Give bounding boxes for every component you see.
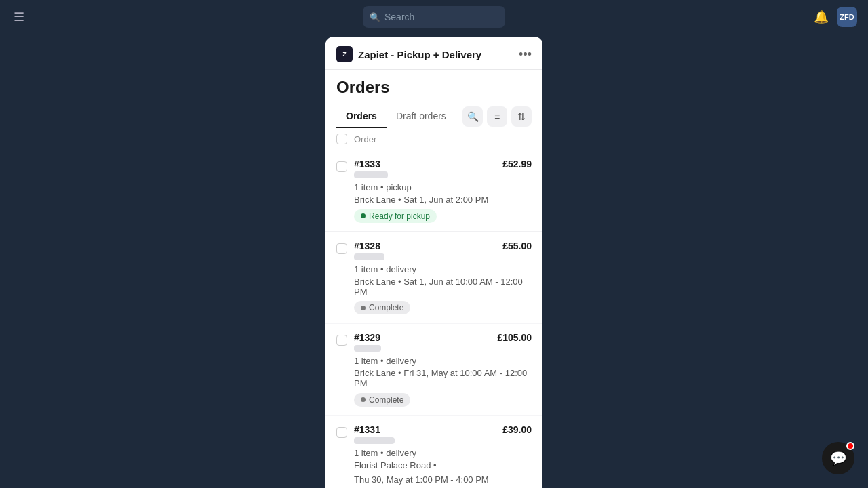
app-title-left: Z Zapiet - Pickup + Delivery	[336, 46, 481, 62]
order-customer-name	[354, 253, 384, 260]
order-content-1328: #1328 £55.00 1 item • delivery Brick Lan…	[354, 241, 532, 315]
status-badge: Ready for pickup	[354, 209, 437, 223]
search-bar[interactable]: 🔍 Search	[363, 6, 505, 28]
order-customer-name	[354, 345, 381, 352]
column-header: Order	[326, 128, 542, 150]
order-top-row: #1333 £52.99	[354, 159, 532, 169]
order-number: #1329	[354, 332, 380, 343]
order-location: Florist Palace Road •	[354, 460, 532, 470]
status-dot	[361, 397, 366, 402]
search-icon: 🔍	[370, 12, 380, 22]
order-top-row: #1331 £39.00	[354, 424, 532, 435]
column-order-label: Order	[354, 134, 376, 144]
order-content-1333: #1333 £52.99 1 item • pickup Brick Lane …	[354, 159, 532, 223]
order-price: £39.00	[502, 424, 532, 435]
order-price: £55.00	[502, 241, 532, 251]
more-icon[interactable]: •••	[519, 47, 532, 62]
chat-notification-badge	[846, 442, 854, 450]
order-location: Brick Lane • Fri 31, May at 10:00 AM - 1…	[354, 368, 532, 388]
avatar[interactable]: ZFD	[837, 7, 857, 27]
tab-orders[interactable]: Orders	[336, 105, 387, 128]
order-checkbox-1331[interactable]	[336, 427, 347, 438]
main-panel: Z Zapiet - Pickup + Delivery ••• Orders …	[326, 37, 542, 488]
order-customer-name	[354, 171, 388, 178]
page-title: Orders	[336, 78, 532, 97]
search-action-button[interactable]: 🔍	[462, 106, 483, 127]
topbar: ☰ 🔍 Search 🔔 ZFD	[0, 0, 868, 34]
order-meta: 1 item • pickup	[354, 182, 532, 192]
app-logo: Z	[336, 46, 353, 62]
tabs-actions: 🔍 ≡ ⇅	[462, 106, 532, 127]
topbar-right: 🔔 ZFD	[814, 7, 857, 27]
order-checkbox-1329[interactable]	[336, 335, 347, 346]
order-content-1329: #1329 £105.00 1 item • delivery Brick La…	[354, 332, 532, 407]
tabs-left: Orders Draft orders	[336, 105, 456, 128]
order-meta: 1 item • delivery	[354, 264, 532, 274]
app-header: Z Zapiet - Pickup + Delivery •••	[326, 37, 542, 70]
order-content-1331: #1331 £39.00 1 item • delivery Florist P…	[354, 424, 532, 489]
status-label: Complete	[369, 395, 403, 405]
order-checkbox-1328[interactable]	[336, 243, 347, 254]
order-number: #1328	[354, 241, 380, 251]
order-meta: 1 item • delivery	[354, 448, 532, 458]
order-top-row: #1328 £55.00	[354, 241, 532, 251]
table-row[interactable]: #1328 £55.00 1 item • delivery Brick Lan…	[326, 232, 542, 324]
order-customer-name	[354, 437, 395, 444]
table-row[interactable]: #1331 £39.00 1 item • delivery Florist P…	[326, 416, 542, 489]
status-dot	[361, 306, 366, 310]
tab-draft-orders[interactable]: Draft orders	[387, 105, 456, 128]
sort-action-button[interactable]: ⇅	[511, 106, 532, 127]
order-price: £105.00	[497, 332, 532, 343]
page-title-section: Orders Orders Draft orders 🔍 ≡ ⇅	[326, 70, 542, 128]
menu-icon[interactable]: ☰	[11, 7, 27, 27]
filter-action-button[interactable]: ≡	[487, 106, 507, 127]
app-name: Zapiet - Pickup + Delivery	[358, 49, 481, 60]
search-placeholder: Search	[384, 12, 414, 22]
chat-button[interactable]: 💬	[822, 442, 854, 474]
order-meta: 1 item • delivery	[354, 356, 532, 366]
tabs-row: Orders Draft orders 🔍 ≡ ⇅	[336, 105, 532, 128]
app-title-row: Z Zapiet - Pickup + Delivery •••	[336, 46, 532, 62]
table-row[interactable]: #1333 £52.99 1 item • pickup Brick Lane …	[326, 150, 542, 232]
order-number: #1331	[354, 424, 380, 435]
status-label: Complete	[369, 303, 403, 312]
order-location: Brick Lane • Sat 1, Jun at 10:00 AM - 12…	[354, 277, 532, 297]
chat-icon: 💬	[830, 450, 847, 466]
status-label: Ready for pickup	[369, 211, 430, 221]
order-number: #1333	[354, 159, 380, 169]
order-top-row: #1329 £105.00	[354, 332, 532, 343]
order-location: Brick Lane • Sat 1, Jun at 2:00 PM	[354, 195, 532, 205]
order-location-2: Thu 30, May at 1:00 PM - 4:00 PM	[354, 474, 532, 485]
bell-icon[interactable]: 🔔	[814, 9, 829, 24]
order-checkbox-1333[interactable]	[336, 161, 347, 172]
select-all-checkbox[interactable]	[336, 134, 347, 144]
topbar-left: ☰	[11, 7, 27, 27]
topbar-center: 🔍 Search	[363, 6, 505, 28]
status-badge: Complete	[354, 301, 410, 314]
table-row[interactable]: #1329 £105.00 1 item • delivery Brick La…	[326, 324, 542, 415]
status-badge: Complete	[354, 393, 410, 407]
status-dot	[361, 214, 366, 218]
order-price: £52.99	[502, 159, 532, 169]
orders-list: #1333 £52.99 1 item • pickup Brick Lane …	[326, 150, 542, 488]
